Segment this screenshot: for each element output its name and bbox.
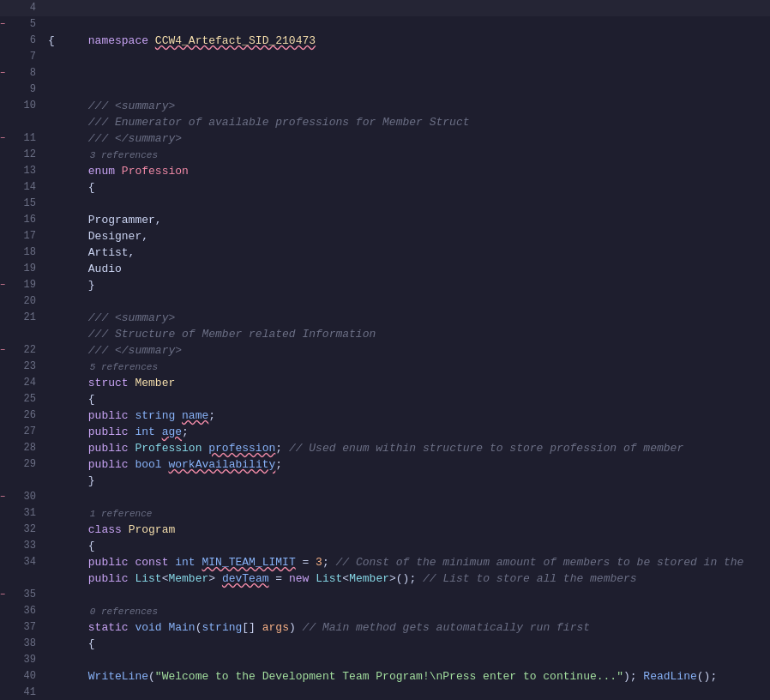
- line-41: 41 program.MemberInit();: [0, 685, 770, 700]
- line-9: 9 /// Enumerator of available profession…: [0, 81, 770, 98]
- line-19b: − 19 /// <summary>: [0, 277, 770, 293]
- line-8: − 8 /// <summary>: [0, 65, 770, 81]
- line-26: 26 public Profession profession; // Used…: [0, 407, 770, 424]
- line-10: 10 /// </summary>: [0, 98, 770, 114]
- line-17: 17 Audio: [0, 228, 770, 244]
- line-32: 32 public const int MIN_TEAM_LIMIT = 3; …: [0, 522, 770, 538]
- line-34: 34: [0, 554, 770, 570]
- line-6: 6 {: [0, 33, 770, 49]
- line-35: − 35 static void Main(string[] args) // …: [0, 587, 770, 603]
- line-refs-1: 1 reference: [0, 473, 770, 489]
- line-18: 18 }: [0, 244, 770, 261]
- line-23: 23 {: [0, 359, 770, 375]
- line-19: 19: [0, 261, 770, 277]
- line-27: 27 public bool workAvailability;: [0, 424, 770, 440]
- line-refs-0: 0 references: [0, 570, 770, 587]
- line-37: 37: [0, 619, 770, 636]
- line-24: 24 public string name;: [0, 375, 770, 391]
- line-25: 25 public int age;: [0, 391, 770, 407]
- line-33: 33 public List<Member> devTeam = new Lis…: [0, 538, 770, 554]
- line-38: 38 WriteLine("Welcome to the Development…: [0, 636, 770, 652]
- line-36: 36 {: [0, 603, 770, 619]
- line-5: − 5 namespace CCW4_Artefact_SID_210473: [0, 16, 770, 33]
- line-16: 16 Artist,: [0, 212, 770, 228]
- line-13: 13: [0, 163, 770, 179]
- line-22: − 22 struct Member: [0, 342, 770, 359]
- line-refs-3: 3 references: [0, 114, 770, 130]
- line-31: 31 {: [0, 505, 770, 522]
- line-7: 7: [0, 49, 770, 65]
- line-refs-5: 5 references: [0, 326, 770, 342]
- line-14: 14 Programmer,: [0, 179, 770, 196]
- line-11: − 11 enum Profession: [0, 130, 770, 147]
- line-4: 4: [0, 0, 770, 16]
- line-12: 12 { ···: [0, 147, 770, 163]
- line-39: 39: [0, 652, 770, 668]
- code-editor: 4 − 5 namespace CCW4_Artefact_SID_210473…: [0, 0, 770, 700]
- line-40: 40 Program program = new Program(); // I…: [0, 668, 770, 685]
- line-21: 21 /// </summary>: [0, 310, 770, 326]
- line-28: 28 }: [0, 440, 770, 456]
- line-15: 15 Designer,: [0, 196, 770, 212]
- line-29: 29: [0, 456, 770, 473]
- line-20: 20 /// Structure of Member related Infor…: [0, 293, 770, 310]
- line-30: − 30 class Program: [0, 489, 770, 505]
